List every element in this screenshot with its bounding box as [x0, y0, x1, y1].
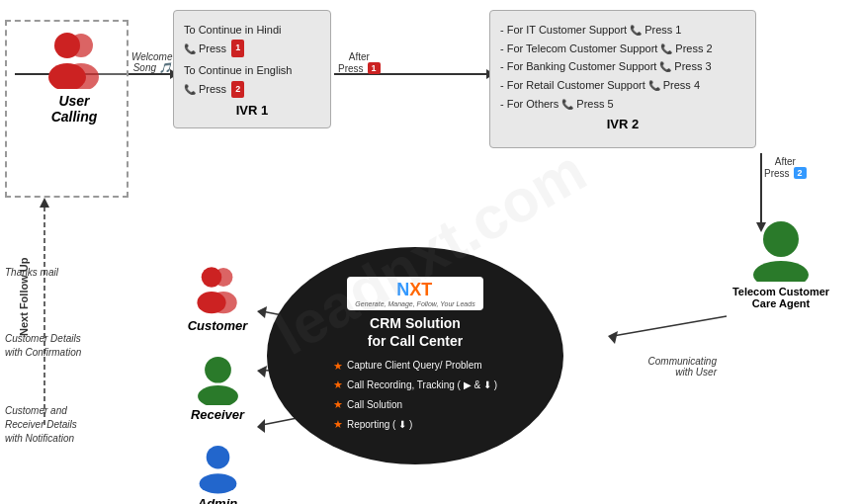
thanks-mail-label: Thanks mail	[5, 267, 119, 278]
admin-row: Admin	[168, 440, 267, 504]
ivr2-telecom: - For Telecom Customer Support 📞 Press 2	[500, 40, 745, 58]
star-icon-2: ★	[333, 376, 343, 395]
svg-point-28	[197, 292, 225, 313]
star-icon-1: ★	[333, 357, 343, 377]
tagline-text: Generate, Manage, Follow, Your Leads	[355, 300, 474, 307]
svg-line-9	[613, 316, 727, 336]
star-icon-4: ★	[333, 415, 343, 435]
customer-label: Customer	[188, 318, 248, 333]
svg-point-24	[753, 261, 809, 282]
ivr2-others: - For Others 📞 Press 5	[500, 95, 745, 114]
ivr1-content: To Continue in Hindi 📞 Press 1 To Contin…	[184, 21, 320, 99]
ivr1-press2-badge: 2	[231, 81, 244, 98]
svg-marker-8	[40, 198, 49, 208]
svg-point-31	[206, 446, 229, 469]
side-labels-column: Thanks mail Customer Detailswith Confirm…	[5, 267, 119, 446]
leadnxt-logo-box: LeadNXT Generate, Manage, Follow, Your L…	[347, 277, 482, 310]
user-icon	[40, 30, 109, 89]
telecom-label: Telecom Customer Care Agent	[722, 286, 840, 309]
feature-1: ★ Capture Client Query/ Problem	[333, 357, 497, 377]
ivr1-label: IVR 1	[184, 103, 320, 118]
admin-icon	[191, 440, 245, 494]
feature-4: ★ Reporting ( ⬇ )	[333, 415, 497, 435]
svg-marker-10	[608, 331, 618, 344]
after-press2-label: After Press 2	[764, 156, 807, 179]
communicating-label: Communicating with User	[648, 356, 717, 378]
receiver-label: Receiver	[191, 407, 244, 422]
ivr2-it: - For IT Customer Support 📞 Press 1	[500, 21, 745, 40]
ivr1-box: To Continue in Hindi 📞 Press 1 To Contin…	[173, 10, 331, 128]
svg-point-30	[198, 385, 238, 405]
calling-label: Calling	[51, 109, 98, 125]
customer-receiver-label: Customer andReceiver Detailswith Notific…	[5, 404, 119, 446]
people-column: Customer Receiver Admin	[168, 262, 267, 504]
ivr2-banking: - For Banking Customer Support 📞 Press 3	[500, 57, 745, 76]
svg-point-21	[54, 33, 80, 58]
ivr1-hindi: To Continue in Hindi 📞 Press 1	[184, 21, 320, 57]
n-text: N	[396, 280, 409, 299]
svg-point-29	[205, 357, 231, 383]
telecom-agent-icon	[746, 217, 816, 282]
welcome-song-label: Welcome Song 🎵	[131, 51, 173, 73]
features-list: ★ Capture Client Query/ Problem ★ Call R…	[333, 357, 497, 435]
crm-title: CRM Solutionfor Call Center	[368, 314, 463, 350]
customer-details-label: Customer Detailswith Confirmation	[5, 332, 119, 360]
customer-icon	[188, 262, 247, 316]
user-label: User	[58, 93, 89, 109]
ivr2-retail: - For Retail Customer Support 📞 Press 4	[500, 76, 745, 95]
customer-row: Customer	[168, 262, 267, 333]
xt-text: XT	[409, 280, 432, 299]
user-section: User Calling	[10, 30, 138, 125]
diagram: User Calling Next Follow Up Welcome Song…	[0, 0, 860, 504]
telecom-section: Telecom Customer Care Agent	[722, 217, 840, 309]
receiver-icon	[191, 351, 245, 405]
lead-text: Lead	[355, 280, 396, 299]
admin-label: Admin	[198, 496, 237, 504]
svg-point-23	[763, 221, 799, 257]
ivr2-content: - For IT Customer Support 📞 Press 1 - Fo…	[500, 21, 745, 113]
ivr2-box: - For IT Customer Support 📞 Press 1 - Fo…	[489, 10, 756, 148]
after-press1-label: After Press 1	[338, 51, 381, 74]
star-icon-3: ★	[333, 395, 343, 415]
svg-point-27	[202, 267, 222, 288]
ivr2-label: IVR 2	[500, 117, 745, 131]
ivr1-english: To Continue in English 📞 Press 2	[184, 61, 320, 98]
feature-2: ★ Call Recording, Tracking ( ▶ & ⬇ )	[333, 376, 497, 395]
ivr1-press1-badge: 1	[231, 40, 244, 56]
feature-3: ★ Call Solution	[333, 395, 497, 415]
receiver-row: Receiver	[168, 351, 267, 422]
crm-circle: LeadNXT Generate, Manage, Follow, Your L…	[267, 247, 563, 464]
svg-point-32	[199, 473, 236, 493]
